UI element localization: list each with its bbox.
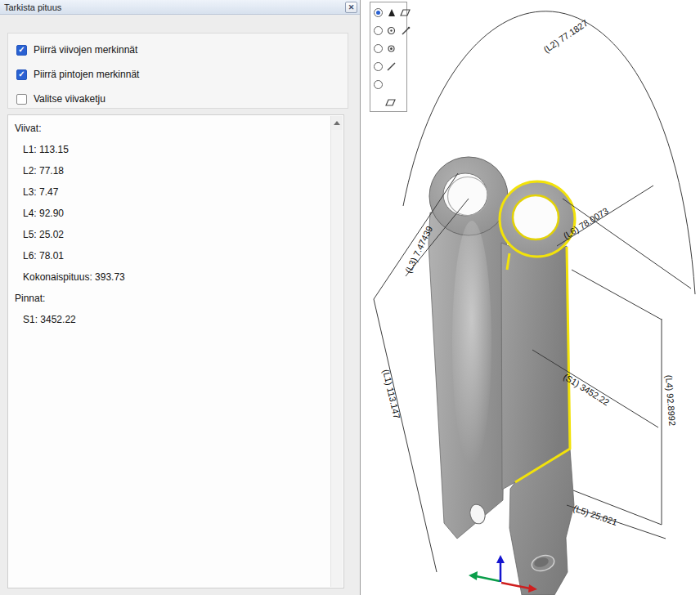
- draw-surface-labels-checkbox[interactable]: [16, 69, 27, 80]
- select-chain-row: Valitse viivaketju: [16, 92, 348, 105]
- scroll-up-icon: [334, 121, 340, 125]
- annotation-l2: (L2) 77.1827: [541, 18, 589, 55]
- face-icon: [400, 7, 411, 18]
- total-length-item: Kokonaispituus: 393.73: [8, 266, 343, 288]
- part-left-hole[interactable]: [443, 173, 487, 216]
- triad-y-axis: [476, 576, 500, 581]
- check-length-panel: Tarkista pituus ✕ Piirrä viivojen merkin…: [0, 0, 361, 595]
- draw-line-labels-checkbox[interactable]: [16, 45, 27, 56]
- list-item: S1: 3452.22: [8, 309, 343, 330]
- filter-row-face-only: [374, 96, 404, 108]
- circle-point-icon: [386, 25, 397, 36]
- list-item: L4: 92.90: [8, 203, 343, 224]
- filter-radio-surface[interactable]: [374, 80, 383, 89]
- viewport-3d[interactable]: (L2) 77.1827 (L6) 78.0073 (L3) 7.47439 (…: [361, 0, 700, 595]
- annotation-l5: (L5) 25.021: [572, 503, 618, 528]
- edge-line-icon: [386, 61, 397, 72]
- filter-radio-point[interactable]: [374, 44, 383, 53]
- filter-row-surface: [374, 78, 404, 90]
- results-list: Viivat: L1: 113.15 L2: 77.18 L3: 7.47 L4…: [7, 114, 344, 588]
- point-icon: [386, 43, 397, 54]
- list-item: L3: 7.47: [8, 181, 343, 203]
- draw-line-labels-row: Piirrä viivojen merkinnät: [16, 43, 348, 56]
- part-model[interactable]: [429, 157, 575, 595]
- list-item: L1: 113.15: [8, 139, 343, 160]
- list-scrollbar[interactable]: [330, 116, 343, 587]
- list-item: L2: 77.18: [8, 160, 343, 181]
- options-group: Piirrä viivojen merkinnät Piirrä pintoje…: [7, 33, 348, 109]
- filter-row-edge: [374, 60, 404, 72]
- filter-row-select: [374, 7, 404, 18]
- selection-filter-toolbar: [370, 2, 407, 112]
- panel-title: Tarkista pituus: [4, 2, 345, 12]
- cursor-arrow-icon: [386, 7, 397, 18]
- panel-title-bar: Tarkista pituus ✕: [0, 0, 360, 15]
- lines-header: Viivat:: [8, 118, 343, 139]
- filter-row-vertex: [374, 25, 404, 36]
- annotation-l1: (L1) 113.147: [381, 369, 402, 420]
- close-button[interactable]: ✕: [345, 2, 357, 13]
- part-web-face[interactable]: [501, 243, 570, 490]
- results-list-content: Viivat: L1: 113.15 L2: 77.18 L3: 7.47 L4…: [8, 115, 343, 330]
- filter-radio-vertex[interactable]: [374, 26, 383, 35]
- list-item: L5: 25.02: [8, 224, 343, 245]
- triad-y-arrowhead: [469, 571, 478, 580]
- select-chain-checkbox[interactable]: [16, 94, 27, 105]
- surfaces-header: Pinnat:: [8, 288, 343, 309]
- surface-parallelogram-icon: [385, 97, 396, 108]
- draw-surface-labels-label: Piirrä pintojen merkinnät: [34, 69, 139, 80]
- list-item: L6: 78.01: [8, 245, 343, 266]
- dimension-line-l1: [374, 299, 437, 572]
- scroll-up-button[interactable]: [331, 116, 343, 130]
- triad-z-arrowhead: [496, 555, 505, 563]
- filter-radio-edge[interactable]: [374, 62, 383, 71]
- draw-line-labels-label: Piirrä viivojen merkinnät: [34, 44, 137, 56]
- filter-row-point: [374, 42, 404, 54]
- viewport-canvas: (L2) 77.1827 (L6) 78.0073 (L3) 7.47439 (…: [361, 0, 700, 595]
- extension-line-l4-top: [572, 270, 662, 320]
- annotation-l4: (L4) 92.8992: [664, 374, 677, 426]
- part-sheen: [452, 221, 491, 466]
- pencil-line-icon: [400, 25, 411, 36]
- select-chain-label: Valitse viivaketju: [34, 93, 105, 105]
- draw-surface-labels-row: Piirrä pintojen merkinnät: [16, 68, 348, 81]
- part-right-hole[interactable]: [513, 195, 559, 239]
- filter-radio-select[interactable]: [374, 8, 383, 17]
